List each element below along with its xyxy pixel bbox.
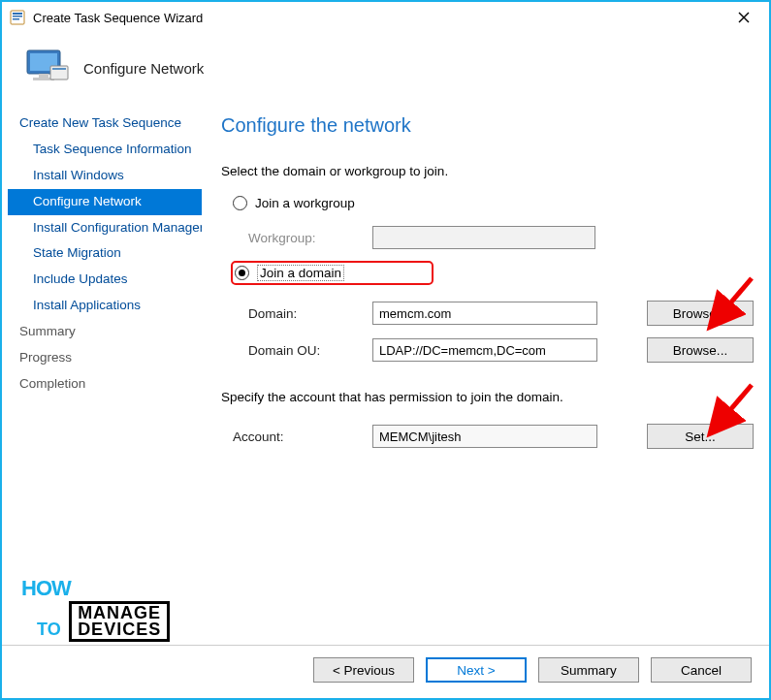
wizard-buttons-bar: < Previous Next > Summary Cancel bbox=[2, 645, 769, 698]
svg-rect-3 bbox=[13, 18, 19, 20]
intro-text: Select the domain or workgroup to join. bbox=[221, 164, 754, 178]
account-intro: Specify the account that has permission … bbox=[221, 390, 754, 404]
svg-rect-1 bbox=[13, 13, 22, 15]
wizard-nav: Create New Task Sequence Task Sequence I… bbox=[2, 111, 202, 645]
nav-completion[interactable]: Completion bbox=[8, 371, 202, 398]
radio-label-workgroup: Join a workgroup bbox=[255, 196, 355, 210]
account-input bbox=[372, 425, 597, 448]
svg-rect-2 bbox=[13, 16, 22, 17]
summary-button[interactable]: Summary bbox=[538, 657, 639, 683]
nav-item-install-cm[interactable]: Install Configuration Manager bbox=[8, 215, 202, 241]
set-account-button[interactable]: Set... bbox=[647, 424, 754, 449]
cancel-button[interactable]: Cancel bbox=[651, 657, 752, 683]
app-icon bbox=[10, 10, 25, 25]
nav-item-configure-network[interactable]: Configure Network bbox=[8, 189, 202, 215]
nav-item-include-updates[interactable]: Include Updates bbox=[8, 267, 202, 293]
titlebar: Create Task Sequence Wizard bbox=[2, 2, 769, 33]
workgroup-input bbox=[372, 226, 595, 249]
next-button[interactable]: Next > bbox=[426, 657, 527, 683]
nav-item-install-windows[interactable]: Install Windows bbox=[8, 163, 202, 189]
wizard-panel: Configure the network Select the domain … bbox=[202, 111, 769, 645]
domain-ou-input[interactable] bbox=[372, 338, 597, 362]
browse-ou-button[interactable]: Browse... bbox=[647, 337, 754, 363]
nav-item-task-sequence-info[interactable]: Task Sequence Information bbox=[8, 137, 202, 163]
radio-label-domain: Join a domain bbox=[257, 265, 344, 281]
page-heading: Configure the network bbox=[221, 114, 754, 137]
radio-join-workgroup[interactable]: Join a workgroup bbox=[233, 196, 754, 210]
wizard-window: Create Task Sequence Wizard Configure Ne… bbox=[0, 0, 771, 700]
browse-domain-button[interactable]: Browse... bbox=[647, 301, 754, 326]
nav-root[interactable]: Create New Task Sequence bbox=[8, 111, 202, 137]
monitor-icon bbox=[23, 45, 70, 91]
wizard-body: Create New Task Sequence Task Sequence I… bbox=[2, 111, 769, 645]
domain-input[interactable] bbox=[372, 302, 597, 325]
domain-label: Domain: bbox=[248, 306, 365, 321]
svg-rect-11 bbox=[52, 68, 66, 70]
radio-icon bbox=[235, 266, 249, 280]
domain-ou-label: Domain OU: bbox=[248, 343, 365, 358]
close-button[interactable] bbox=[723, 4, 765, 31]
account-label: Account: bbox=[233, 430, 365, 444]
nav-item-state-migration[interactable]: State Migration bbox=[8, 240, 202, 267]
radio-join-domain[interactable]: Join a domain bbox=[231, 261, 434, 285]
nav-item-install-applications[interactable]: Install Applications bbox=[8, 293, 202, 319]
previous-button[interactable]: < Previous bbox=[313, 657, 414, 683]
radio-icon bbox=[233, 196, 247, 210]
svg-rect-8 bbox=[39, 74, 48, 78]
nav-summary[interactable]: Summary bbox=[8, 319, 202, 345]
nav-progress[interactable]: Progress bbox=[8, 345, 202, 371]
header-band: Configure Network bbox=[2, 33, 769, 111]
workgroup-label: Workgroup: bbox=[248, 231, 365, 245]
window-title: Create Task Sequence Wizard bbox=[33, 11, 723, 25]
step-label: Configure Network bbox=[83, 60, 204, 77]
